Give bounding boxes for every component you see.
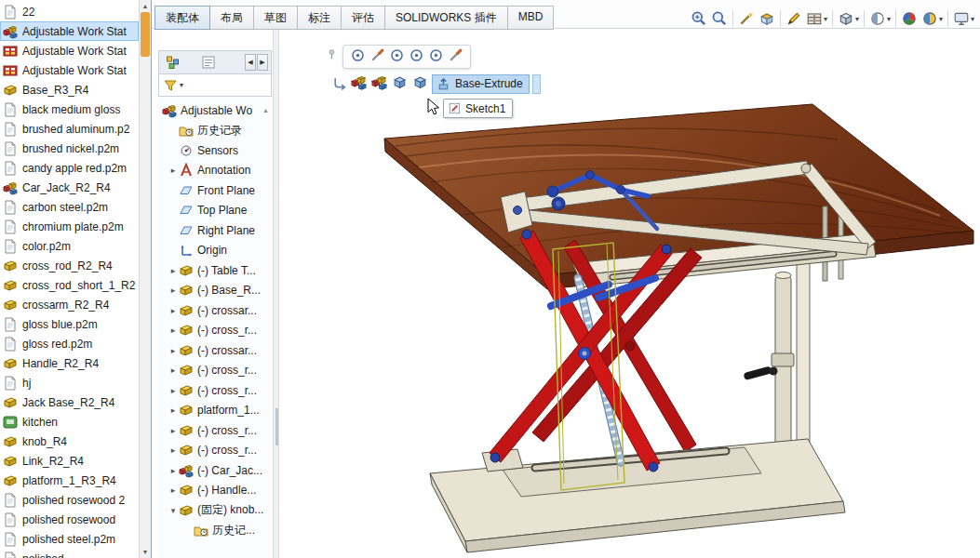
file-list-item[interactable]: Handle_R2_R4 <box>0 353 139 373</box>
breadcrumb-item-3[interactable] <box>391 73 409 94</box>
tree-item[interactable]: ▸(-) cross_r... <box>158 420 272 441</box>
tree-item[interactable]: Right Plane <box>158 220 272 241</box>
file-list-item[interactable]: crossarm_R2_R4 <box>0 295 139 314</box>
file-list-item[interactable]: cross_rod_R2_R4 <box>0 256 139 275</box>
file-list-item[interactable]: polished <box>0 549 139 558</box>
crank-handle[interactable] <box>547 171 657 230</box>
expander-icon[interactable]: ▸ <box>168 166 179 175</box>
lead-screw[interactable] <box>578 278 621 462</box>
quick-select-1-button[interactable] <box>350 47 366 66</box>
file-list-scrollbar[interactable]: ▲ ▼ <box>139 0 151 558</box>
tree-item[interactable]: ▸Annotation <box>158 161 272 181</box>
file-list-item[interactable]: carbon steel.p2m <box>0 197 139 217</box>
pivot-links[interactable] <box>490 230 671 472</box>
tree-item[interactable]: Origin <box>158 241 272 261</box>
expander-icon[interactable]: ▸ <box>168 386 179 395</box>
panel-scroll-right-button[interactable]: ▶ <box>257 54 268 71</box>
ribbon-tab-layout[interactable]: 布局 <box>209 6 254 30</box>
section-view-button[interactable] <box>757 8 777 29</box>
file-list-item[interactable]: polished rosewood <box>0 510 139 529</box>
file-list-item[interactable]: color.p2m <box>0 236 139 256</box>
tree-item[interactable]: 历史记... <box>158 521 272 541</box>
quick-select-5-button[interactable] <box>428 47 444 66</box>
tree-item[interactable]: Front Plane <box>158 180 272 201</box>
tree-item[interactable]: ▸(-) cross_r... <box>158 441 272 461</box>
quick-select-3-button[interactable] <box>389 47 405 66</box>
file-list-item[interactable]: Adjustable Work Stat <box>0 21 139 41</box>
ribbon-tab-evaluate[interactable]: 评估 <box>341 6 385 30</box>
scrollbar-thumb[interactable] <box>141 12 150 57</box>
propertymanager-tab[interactable] <box>197 52 220 73</box>
panel-splitter[interactable] <box>273 29 279 558</box>
file-list-item[interactable]: Adjustable Work Stat <box>0 41 139 60</box>
quick-select-6-button[interactable] <box>448 47 463 66</box>
apply-scene-button[interactable]: ▾ <box>920 8 945 29</box>
expander-icon[interactable]: ▸ <box>168 405 179 415</box>
breadcrumb-arrow-icon[interactable] <box>331 76 347 92</box>
sketch-highlight[interactable] <box>553 243 624 490</box>
expander-icon[interactable]: ▸ <box>168 326 179 335</box>
file-list-item[interactable]: Car_Jack_R2_R4 <box>0 178 139 197</box>
ribbon-tab-solidworks-addins[interactable]: SOLIDWORKS 插件 <box>384 6 508 30</box>
file-list-item[interactable]: knob_R4 <box>0 432 139 451</box>
expander-icon[interactable]: ▸ <box>168 445 179 455</box>
expander-icon[interactable]: ▸ <box>168 365 179 375</box>
file-list-item[interactable]: brushed aluminum.p2 <box>0 119 139 139</box>
tree-item[interactable]: ▸platform_1... <box>158 401 272 421</box>
edit-appearance-button[interactable] <box>899 8 920 29</box>
file-list-item[interactable]: black medium gloss <box>0 100 139 119</box>
tree-item[interactable]: Sensors <box>158 140 272 161</box>
tabletop[interactable] <box>384 104 973 289</box>
scissor-arms-rear[interactable] <box>532 240 702 452</box>
clamp-handle[interactable] <box>744 366 772 380</box>
toolbar-pin[interactable] <box>326 48 338 63</box>
ribbon-tab-assembly[interactable]: 装配体 <box>154 6 210 30</box>
zoom-to-fit-button[interactable] <box>689 8 709 29</box>
display-style-button[interactable]: ▾ <box>836 8 861 29</box>
tree-item[interactable]: ▸(-) crossar... <box>158 340 272 361</box>
breadcrumb-item-4[interactable] <box>411 73 429 94</box>
breadcrumb-item-1[interactable] <box>350 73 368 94</box>
expander-icon[interactable]: ▸ <box>168 426 179 435</box>
tree-root-item[interactable]: Adjustable Wo▲ <box>158 100 272 121</box>
file-list-item[interactable]: Link_R2_R4 <box>0 451 139 471</box>
file-list-item[interactable]: gloss red.p2m <box>0 334 139 353</box>
hide-show-items-button[interactable]: ▾ <box>804 8 829 29</box>
tree-item[interactable]: ▸(-) cross_r... <box>158 380 272 401</box>
tree-item[interactable]: Top Plane <box>158 201 272 221</box>
filter-input[interactable] <box>185 78 267 93</box>
file-list-item[interactable]: 22 <box>0 2 139 21</box>
breadcrumb-next-item[interactable] <box>532 74 541 94</box>
expander-icon[interactable]: ▸ <box>168 485 179 495</box>
panel-scroll-left-button[interactable]: ◀ <box>245 54 256 71</box>
quick-select-4-button[interactable] <box>409 47 424 66</box>
file-list-item[interactable]: chromium plate.p2m <box>0 217 139 236</box>
file-list-item[interactable]: Jack Base_R2_R4 <box>0 392 139 412</box>
filter-funnel-icon[interactable] <box>163 78 178 93</box>
annotation-views-button[interactable] <box>784 8 804 29</box>
view-orientation-button[interactable]: ▾ <box>867 8 893 29</box>
file-list-item[interactable]: hj <box>0 373 139 392</box>
expander-icon[interactable]: ▸ <box>168 346 179 355</box>
support-posts[interactable] <box>744 237 810 504</box>
previous-view-button[interactable] <box>736 8 757 29</box>
tree-item[interactable]: ▸(-) cross_r... <box>158 321 272 341</box>
scroll-up-icon[interactable]: ▲ <box>140 0 151 12</box>
file-list-item[interactable]: Base_R3_R4 <box>0 80 139 100</box>
tree-item[interactable]: ▸(-) Car_Jac... <box>158 460 272 481</box>
ribbon-tab-markup[interactable]: 标注 <box>297 6 342 30</box>
file-list-item[interactable]: polished steel.p2m <box>0 529 139 549</box>
expander-icon[interactable]: ▸ <box>168 466 179 475</box>
expander-icon[interactable]: ▾ <box>168 506 179 515</box>
scissor-arms-front[interactable] <box>490 231 672 471</box>
file-list-item[interactable]: brushed nickel.p2m <box>0 139 139 158</box>
tree-item[interactable]: ▸(-) crossar... <box>158 300 272 321</box>
breadcrumb-item-2[interactable] <box>370 73 388 94</box>
file-list-item[interactable]: platform_1_R3_R4 <box>0 471 139 490</box>
file-list-item[interactable]: Adjustable Work Stat <box>0 60 139 80</box>
expander-icon[interactable]: ▸ <box>168 306 179 315</box>
file-list-item[interactable]: polished rosewood 2 <box>0 490 139 510</box>
ribbon-tab-sketch[interactable]: 草图 <box>253 6 298 30</box>
tree-item[interactable]: 历史记录 <box>158 121 272 141</box>
tree-item[interactable]: ▸(-) Handle... <box>158 481 272 501</box>
